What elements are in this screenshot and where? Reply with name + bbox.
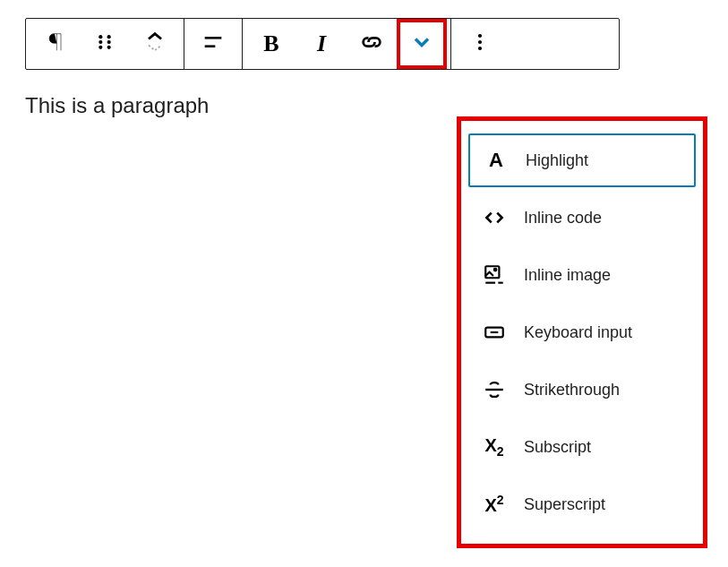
dropdown-item-superscript[interactable]: X2 Superscript [468, 477, 696, 531]
link-icon [359, 30, 384, 58]
drag-handle-button[interactable] [80, 19, 130, 69]
svg-point-9 [478, 40, 482, 44]
svg-point-5 [107, 46, 111, 49]
svg-point-4 [98, 46, 102, 49]
bold-button[interactable]: B [246, 19, 296, 69]
move-up-down-button[interactable] [130, 19, 180, 69]
svg-point-2 [98, 40, 102, 44]
highlight-icon: A [483, 149, 510, 172]
dropdown-label: Superscript [524, 495, 605, 514]
toolbar-group-format: B I [243, 19, 451, 69]
svg-point-10 [478, 47, 482, 50]
link-button[interactable] [347, 19, 397, 69]
drag-handle-icon [92, 30, 117, 58]
dropdown-item-strikethrough[interactable]: Strikethrough [468, 363, 696, 417]
keyboard-icon [481, 321, 508, 344]
dropdown-label: Subscript [524, 438, 591, 457]
paragraph-content[interactable]: This is a paragraph [25, 93, 710, 118]
dropdown-label: Keyboard input [524, 323, 632, 342]
more-options-button[interactable] [455, 19, 505, 69]
dropdown-item-highlight[interactable]: A Highlight [468, 133, 696, 187]
subscript-icon: X2 [481, 435, 508, 459]
align-button[interactable] [188, 19, 238, 69]
svg-point-0 [98, 35, 102, 39]
svg-point-12 [494, 269, 497, 271]
paragraph-block-button[interactable] [30, 19, 80, 69]
dropdown-item-inline-code[interactable]: Inline code [468, 191, 696, 245]
more-formatting-button[interactable] [397, 19, 447, 69]
superscript-icon: X2 [481, 493, 508, 516]
italic-button[interactable]: I [296, 19, 347, 69]
block-toolbar: B I [25, 18, 620, 70]
dropdown-item-subscript[interactable]: X2 Subscript [468, 420, 696, 474]
svg-point-3 [107, 40, 111, 44]
align-icon [201, 30, 226, 58]
paragraph-icon [42, 30, 67, 58]
dropdown-item-inline-image[interactable]: Inline image [468, 248, 696, 302]
move-up-down-icon [142, 30, 167, 58]
dropdown-label: Strikethrough [524, 381, 620, 399]
toolbar-group-block [26, 19, 184, 69]
italic-icon: I [317, 30, 326, 57]
dropdown-label: Highlight [526, 151, 588, 170]
dropdown-item-keyboard-input[interactable]: Keyboard input [468, 305, 696, 359]
toolbar-group-more [451, 19, 509, 69]
dropdown-label: Inline image [524, 266, 611, 285]
more-formatting-dropdown: A Highlight Inline code Inline image Key… [457, 116, 707, 548]
inline-image-icon [481, 263, 508, 287]
dropdown-label: Inline code [524, 209, 602, 228]
bold-icon: B [263, 30, 278, 57]
svg-point-1 [107, 35, 111, 39]
strikethrough-icon [481, 378, 508, 401]
svg-point-8 [478, 34, 482, 38]
chevron-down-icon [409, 30, 434, 58]
code-icon [481, 206, 508, 229]
more-vertical-icon [467, 30, 492, 58]
toolbar-group-align [184, 19, 243, 69]
